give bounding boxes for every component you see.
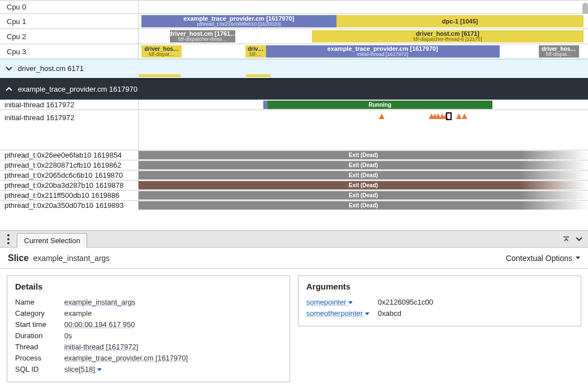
- cpu-label: Cpu 1: [7, 17, 26, 26]
- detail-name-link[interactable]: example_instant_args: [64, 298, 135, 306]
- pthread-label: pthread_t:0x26ee0e6fab10 1619854: [4, 151, 122, 159]
- group-label: example_trace_provider.cm 1617970: [18, 85, 137, 93]
- chevron-down-icon[interactable]: [576, 236, 582, 243]
- thread-label: initial-thread 1617972: [4, 101, 74, 109]
- pthread-track-row[interactable]: pthread_t:0x20a350d07b10 1619893Exit (De…: [0, 200, 588, 210]
- pthread-content[interactable]: Exit (Dead): [139, 150, 588, 160]
- selected-event-marker[interactable]: [446, 112, 452, 120]
- cpu-track-row[interactable]: Cpu 3 driver_hos… fdf-dispat… driv… fdf-…: [0, 44, 588, 59]
- argument-key-link[interactable]: somepointer: [306, 298, 378, 306]
- exit-status-bar[interactable]: Exit (Dead): [139, 161, 588, 169]
- exit-status-bar[interactable]: Exit (Dead): [139, 191, 588, 200]
- thread-label: initial-thread 1617972: [4, 113, 74, 122]
- detail-sql-link[interactable]: slice[518]: [64, 365, 102, 373]
- slice-bar[interactable]: example_trace_provider.cm [1617970] init…: [266, 45, 500, 58]
- thread-content[interactable]: Running: [139, 100, 588, 110]
- details-box: Details Nameexample_instant_args Categor…: [7, 276, 290, 382]
- tab-current-selection[interactable]: Current Selection: [17, 233, 87, 248]
- slice-header: Slice example_instant_args Contextual Op…: [0, 248, 588, 269]
- arguments-heading: Arguments: [306, 282, 573, 291]
- slice-bar[interactable]: example_trace_provider.cm [1617970] pthr…: [141, 15, 336, 27]
- slice-bar[interactable]: dpc-1 [1045]: [336, 15, 584, 27]
- slice-bar[interactable]: driv… fdf-…: [245, 45, 265, 58]
- pthread-content[interactable]: Exit (Dead): [139, 191, 588, 200]
- slice-title: Slice: [8, 253, 29, 263]
- argument-key-link[interactable]: someotherpointer: [306, 309, 378, 317]
- pthread-content[interactable]: Exit (Dead): [139, 181, 588, 190]
- slice-bar[interactable]: [263, 101, 268, 109]
- kebab-menu-icon[interactable]: [3, 234, 13, 244]
- exit-status-bar[interactable]: Exit (Dead): [139, 171, 588, 179]
- chevron-up-icon: [6, 86, 12, 93]
- contextual-options-dropdown[interactable]: Contextual Options: [506, 254, 580, 263]
- detail-process-link[interactable]: example_trace_provider.cm [1617970]: [64, 354, 188, 362]
- cpu2-content[interactable]: driver_host.cm [1761… fdf-dispatcher-thr…: [139, 29, 588, 44]
- pthread-track-row[interactable]: pthread_t:0x211ff500db10 1619886Exit (De…: [0, 190, 588, 200]
- pthread-content[interactable]: Exit (Dead): [139, 201, 588, 210]
- thread-events-content[interactable]: [139, 110, 588, 150]
- cpu0-content[interactable]: [139, 1, 588, 13]
- slice-bar[interactable]: driver_hos… fdf-dispat…: [141, 45, 182, 58]
- detail-columns: Details Nameexample_instant_args Categor…: [0, 269, 588, 389]
- exit-status-bar[interactable]: Exit (Dead): [139, 151, 588, 159]
- pthread-content[interactable]: Exit (Dead): [139, 170, 588, 180]
- cpu-label: Cpu 2: [7, 32, 26, 41]
- pthread-label: pthread_t:0x2065dc6c6b10 1619870: [4, 171, 123, 179]
- pthread-label: pthread_t:0x211ff500db10 1619886: [4, 191, 120, 200]
- pthread-track-row[interactable]: pthread_t:0x2280871cfb10 1619862Exit (De…: [0, 160, 588, 170]
- pthread-content[interactable]: Exit (Dead): [139, 160, 588, 170]
- slice-bar[interactable]: driver_host.cm [1761… fdf-dispatcher-thr…: [170, 30, 235, 42]
- chevron-down-icon: [6, 65, 12, 72]
- caret-down-icon: [97, 368, 102, 372]
- pthread-track-row[interactable]: pthread_t:0x26ee0e6fab10 1619854Exit (De…: [0, 150, 588, 160]
- cpu-track-row[interactable]: Cpu 2 driver_host.cm [1761… fdf-dispatch…: [0, 29, 588, 44]
- pthread-label: pthread_t:0x20ba3d287b10 1619878: [4, 181, 124, 189]
- argument-row: someotherpointer 0xabcd: [306, 309, 573, 317]
- pthread-label: pthread_t:0x2280871cfb10 1619862: [4, 161, 121, 169]
- detail-start-link[interactable]: 00:00:00.194 617 950: [64, 320, 135, 329]
- thread-track-row[interactable]: initial-thread 1617972 Running: [0, 99, 588, 110]
- details-tab-bar: Current Selection: [0, 231, 588, 248]
- group-label: driver_host.cm 6171: [18, 64, 84, 73]
- mini-bar: [139, 74, 181, 77]
- thread-track-row-events[interactable]: initial-thread 1617972: [0, 110, 588, 150]
- collapse-up-icon[interactable]: [562, 235, 570, 243]
- group-header-trace-provider[interactable]: example_trace_provider.cm 1617970: [0, 78, 588, 99]
- cpu-label: Cpu 0: [7, 3, 26, 11]
- pthread-track-row[interactable]: pthread_t:0x2065dc6c6b10 1619870Exit (De…: [0, 170, 588, 180]
- slice-bar[interactable]: driver_hos… fdf-dispat…: [539, 45, 579, 58]
- cpu3-content[interactable]: driver_hos… fdf-dispat… driv… fdf-… exam…: [139, 44, 588, 59]
- pthread-track-row[interactable]: pthread_t:0x20ba3d287b10 1619878Exit (De…: [0, 180, 588, 190]
- details-heading: Details: [15, 282, 282, 291]
- pthread-label: pthread_t:0x20a350d07b10 1619893: [4, 201, 124, 210]
- slice-bar[interactable]: driver_host.cm [6171] fdf-dispatcher-thr…: [312, 30, 584, 42]
- caret-down-icon: [576, 257, 580, 260]
- cpu-track-row[interactable]: Cpu 1 example_trace_provider.cm [1617970…: [0, 13, 588, 29]
- exit-status-bar[interactable]: Exit (Dead): [139, 201, 588, 210]
- bottom-panel: Current Selection Slice example_instant_…: [0, 230, 588, 389]
- exit-status-bar[interactable]: Exit (Dead): [139, 181, 588, 189]
- argument-row: somepointer 0x2126095c1c00: [306, 298, 573, 306]
- cpu-track-row[interactable]: Cpu 0: [0, 0, 588, 13]
- arguments-box: Arguments somepointer 0x2126095c1c00some…: [298, 276, 581, 326]
- instant-event-marker[interactable]: [462, 113, 467, 119]
- instant-event-marker[interactable]: [379, 113, 385, 119]
- cpu1-content[interactable]: example_trace_provider.cm [1617970] pthr…: [139, 14, 588, 29]
- argument-value: 0xabcd: [378, 309, 401, 317]
- instant-event-marker[interactable]: [456, 113, 462, 119]
- argument-value: 0x2126095c1c00: [378, 298, 433, 306]
- group-header-driver-host[interactable]: driver_host.cm 6171: [0, 59, 588, 78]
- running-bar[interactable]: Running: [268, 101, 492, 109]
- detail-thread-link[interactable]: initial-thread [1617972]: [64, 343, 138, 351]
- slice-name: example_instant_args: [33, 254, 110, 263]
- timeline-area: Cpu 0 Cpu 1 example_trace_provider.cm [1…: [0, 0, 588, 210]
- mini-bar: [246, 74, 271, 77]
- cpu-label: Cpu 3: [7, 48, 26, 56]
- detail-category: example: [64, 309, 92, 317]
- detail-duration-link[interactable]: 0s: [64, 331, 72, 340]
